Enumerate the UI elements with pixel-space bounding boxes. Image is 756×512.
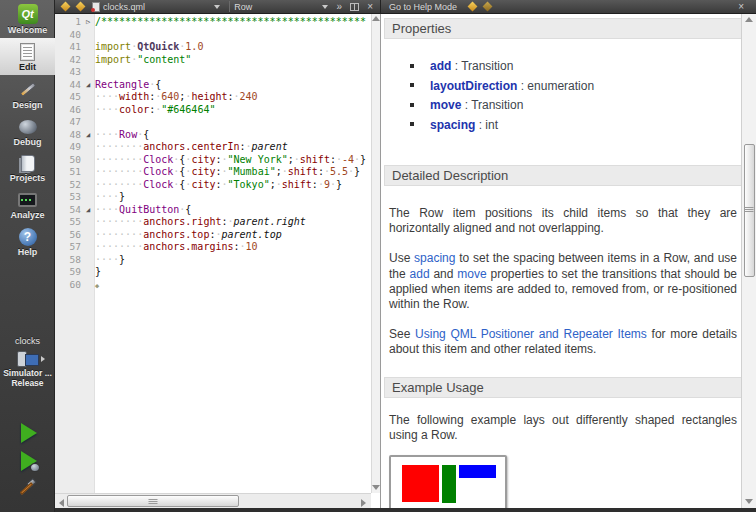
bullet-icon xyxy=(410,103,414,107)
property-row: spacing : int xyxy=(410,116,742,136)
fold-marker-icon[interactable]: ◢ xyxy=(81,79,95,92)
close-help-pane-button[interactable]: × xyxy=(734,0,748,13)
property-type: : int xyxy=(475,118,498,132)
line-number: 60 xyxy=(55,279,81,292)
code-text: ····width:·640;·height:·240 xyxy=(95,91,258,102)
mode-button-design[interactable]: Design xyxy=(0,75,55,113)
mode-button-edit[interactable]: Edit xyxy=(0,38,55,75)
code-text: ········anchors.margins:·10 xyxy=(95,241,258,252)
property-link[interactable]: spacing xyxy=(430,118,475,132)
code-line: 46····color:·"#646464" xyxy=(55,104,371,117)
code-text: Rectangle·{ xyxy=(95,79,161,90)
help-back-arrow-icon[interactable] xyxy=(468,2,478,12)
mode-button-projects[interactable]: Projects xyxy=(0,150,55,186)
code-line: 59} xyxy=(55,266,371,279)
editor-vertical-scrollbar[interactable] xyxy=(371,14,380,493)
code-text: ········Clock·{·city:·"Tokyo";·shift:·9·… xyxy=(95,179,342,190)
code-line: 53····} xyxy=(55,191,371,204)
mode-button-debug[interactable]: Debug xyxy=(0,113,55,150)
run-button[interactable] xyxy=(15,422,41,444)
scroll-down-icon[interactable] xyxy=(372,483,380,493)
simulator-device-icon xyxy=(17,350,39,368)
code-text: import·QtQuick·1.0 xyxy=(95,41,203,52)
property-row: move : Transition xyxy=(410,96,742,116)
code-text: ◆ xyxy=(95,279,99,290)
mode-label: Edit xyxy=(0,62,55,72)
doc-link[interactable]: move xyxy=(457,267,486,281)
code-text: ········Clock·{·city:·"Mumbai";·shift:·5… xyxy=(95,166,360,177)
bullet-icon xyxy=(410,64,414,68)
property-type: : Transition xyxy=(451,59,513,73)
property-link[interactable]: move xyxy=(430,98,461,112)
code-line: 1▷/*************************************… xyxy=(55,16,371,29)
scroll-left-icon[interactable] xyxy=(56,497,66,507)
code-line: 43 xyxy=(55,66,371,79)
line-number: 40 xyxy=(55,29,81,42)
help-forward-arrow-icon[interactable] xyxy=(483,2,493,12)
analyzer-screen-icon xyxy=(18,193,37,207)
code-line: 41import·QtQuick·1.0 xyxy=(55,41,371,54)
code-text: ····color:·"#646464" xyxy=(95,104,215,115)
debug-ball-icon xyxy=(19,120,37,134)
target-name-label: Simulator ... xyxy=(0,368,55,378)
folder-book-icon xyxy=(21,155,35,172)
close-document-button[interactable]: × xyxy=(363,0,377,13)
green-play-icon xyxy=(21,423,37,443)
doc-link[interactable]: add xyxy=(410,267,430,281)
mode-button-help[interactable]: ?Help xyxy=(0,223,55,260)
scroll-right-icon[interactable] xyxy=(358,497,368,507)
fold-marker-icon[interactable]: ◢ xyxy=(81,129,95,142)
help-scroll-thumb[interactable] xyxy=(744,144,755,277)
code-text: ········anchors.top:·parent.top xyxy=(95,229,282,240)
code-text: ····} xyxy=(95,191,125,202)
open-file-dropdown[interactable]: clocks.qml xyxy=(103,2,145,12)
toolbar-overflow-button[interactable]: » xyxy=(333,0,347,13)
mode-button-analyze[interactable]: Analyze xyxy=(0,186,55,223)
file-dropdown-caret-icon[interactable] xyxy=(214,5,220,9)
doc-link[interactable]: spacing xyxy=(414,251,455,265)
symbol-dropdown[interactable]: Row xyxy=(234,2,252,12)
code-line: 58····} xyxy=(55,254,371,267)
section-header-example-usage: Example Usage xyxy=(384,377,742,398)
help-pane: Properties add : TransitionlayoutDirecti… xyxy=(380,14,756,508)
back-arrow-icon[interactable] xyxy=(61,2,71,12)
mode-label: Analyze xyxy=(0,210,55,220)
build-button[interactable] xyxy=(15,478,41,500)
fold-marker-icon[interactable]: ▷ xyxy=(81,16,95,29)
code-text: ········anchors.centerIn:·parent xyxy=(95,141,288,152)
mode-label: Welcome xyxy=(0,25,55,35)
symbol-dropdown-caret-icon[interactable] xyxy=(322,5,328,9)
editor-horizontal-scrollbar[interactable] xyxy=(55,493,371,508)
scroll-up-icon[interactable] xyxy=(372,14,380,24)
window-bottom-edge xyxy=(55,508,756,512)
help-scroll-down-icon[interactable] xyxy=(742,497,756,507)
property-link[interactable]: layoutDirection xyxy=(430,79,517,93)
fold-marker-icon[interactable]: ◢ xyxy=(81,204,95,217)
help-vertical-scrollbar[interactable] xyxy=(741,14,756,508)
forward-arrow-icon[interactable] xyxy=(76,2,86,12)
horizontal-scroll-thumb[interactable] xyxy=(67,495,239,507)
description-paragraph: See Using QML Positioner and Repeater It… xyxy=(389,327,737,357)
split-editor-icon[interactable] xyxy=(350,3,359,11)
section-header-detailed-description: Detailed Description xyxy=(384,165,742,186)
description-paragraph: Use spacing to set the spacing between i… xyxy=(389,251,737,312)
mode-label: Help xyxy=(0,247,55,257)
property-type: : Transition xyxy=(461,98,523,112)
toolbar-separator xyxy=(229,1,230,12)
target-selector-button[interactable]: Simulator ... Release xyxy=(0,350,55,388)
property-link[interactable]: add xyxy=(430,59,451,73)
line-number: 54 xyxy=(55,204,81,217)
doc-link[interactable]: Using QML Positioner and Repeater Items xyxy=(415,327,647,341)
debug-run-button[interactable] xyxy=(15,450,41,472)
code-editor[interactable]: 1▷/*************************************… xyxy=(55,14,371,493)
help-mode-button[interactable]: Go to Help Mode xyxy=(389,2,457,12)
project-name-label: clocks xyxy=(0,336,55,346)
line-number: 55 xyxy=(55,216,81,229)
mode-button-welcome[interactable]: QtWelcome xyxy=(0,0,55,38)
property-row: add : Transition xyxy=(410,57,742,77)
example-intro-text: The following example lays out different… xyxy=(389,413,737,443)
code-text: ········anchors.right:·parent.right xyxy=(95,216,306,227)
help-scroll-up-icon[interactable] xyxy=(742,15,756,25)
qt-creator-window: QtWelcomeEditDesignDebugProjectsAnalyze?… xyxy=(0,0,756,512)
description-paragraph: The Row item positions its child items s… xyxy=(389,206,737,236)
